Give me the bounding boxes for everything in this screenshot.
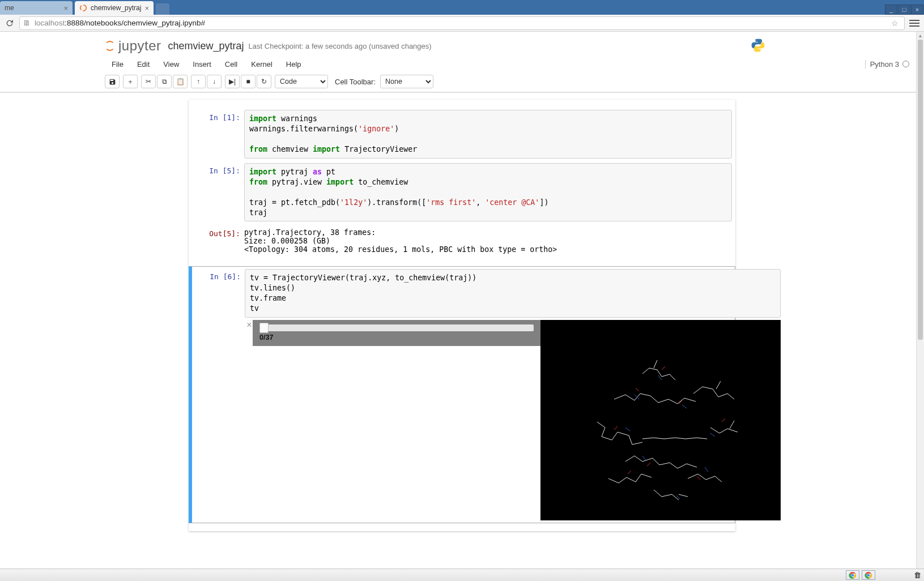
reload-button[interactable] xyxy=(3,17,16,29)
kernel-indicator: Python 3 xyxy=(865,60,909,69)
code-cell-selected[interactable]: In [6]: tv = TrajectoryViewer(traj.xyz, … xyxy=(189,266,735,523)
trajectory-viewer-output: × 0/37 xyxy=(245,320,781,520)
window-controls: _ □ × xyxy=(885,3,924,15)
paste-button[interactable]: 📋 xyxy=(173,75,188,88)
tray-chrome-icon[interactable] xyxy=(846,570,859,580)
interrupt-button[interactable]: ■ xyxy=(241,75,256,88)
tab-title: me xyxy=(5,4,14,12)
tab-title: chemview_pytraj xyxy=(91,4,141,12)
browser-tab-inactive[interactable]: me × xyxy=(0,1,73,15)
menu-help[interactable]: Help xyxy=(279,58,308,71)
scrollbar-thumb[interactable] xyxy=(918,40,923,340)
tray-chrome-icon-2[interactable] xyxy=(862,570,875,580)
menu-cell[interactable]: Cell xyxy=(218,58,244,71)
scroll-up-arrow[interactable]: ▲ xyxy=(917,32,924,40)
code-input[interactable]: import warnings warnings.filterwarnings(… xyxy=(244,110,732,159)
jupyter-logo-text: jupyter xyxy=(118,38,161,54)
menu-file[interactable]: File xyxy=(105,58,130,71)
code-input[interactable]: tv = TrajectoryViewer(traj.xyz, to_chemv… xyxy=(245,269,781,318)
code-input[interactable]: import pytraj as pt from pytraj.view imp… xyxy=(244,163,732,222)
output-cell: Out[5]: pytraj.Trajectory, 38 frames: Si… xyxy=(189,224,735,260)
menu-insert[interactable]: Insert xyxy=(186,58,218,71)
tray-trash-icon[interactable]: 🗑 xyxy=(910,569,924,581)
input-prompt: In [5]: xyxy=(192,163,244,222)
jupyter-logo[interactable]: jupyter xyxy=(105,38,161,54)
restart-button[interactable]: ↻ xyxy=(257,75,271,88)
new-tab-button[interactable] xyxy=(156,3,169,15)
notebook-container: In [1]: import warnings warnings.filterw… xyxy=(189,100,735,531)
frame-counter: 0/37 xyxy=(259,334,534,341)
molecule-3d-view[interactable] xyxy=(540,320,781,520)
cell-toolbar-select[interactable]: None xyxy=(380,75,433,88)
menubar: File Edit View Insert Cell Kernel Help P… xyxy=(0,55,924,72)
url-input[interactable]: 🗎 localhost:8888/notebooks/chemview_pytr… xyxy=(19,16,905,30)
kernel-name: Python 3 xyxy=(870,60,899,69)
toolbar: ＋ ✂ ⧉ 📋 ↑ ↓ ▶| ■ ↻ xyxy=(0,72,924,92)
cell-toolbar-label: Cell Toolbar: xyxy=(335,78,376,86)
url-path: :8888/notebooks/chemview_pytraj.ipynb# xyxy=(65,19,205,27)
close-icon[interactable]: × xyxy=(141,4,149,12)
kernel-status-icon xyxy=(902,61,909,67)
browser-tab-active[interactable]: chemview_pytraj × xyxy=(75,1,154,15)
close-icon[interactable]: × xyxy=(60,4,68,12)
browser-tab-strip: me × chemview_pytraj × _ □ × xyxy=(0,0,924,15)
input-prompt: In [1]: xyxy=(192,110,244,159)
svg-point-2 xyxy=(851,574,854,576)
svg-point-4 xyxy=(867,574,870,576)
page-scrollbar[interactable]: ▲ ▼ xyxy=(916,32,924,581)
minimize-button[interactable]: _ xyxy=(885,5,897,15)
system-tray: 🗑 xyxy=(0,569,924,581)
menu-edit[interactable]: Edit xyxy=(130,58,156,71)
move-up-button[interactable]: ↑ xyxy=(191,75,206,88)
output-prompt: Out[5]: xyxy=(192,226,244,258)
browser-menu-button[interactable] xyxy=(908,18,921,29)
menu-kernel[interactable]: Kernel xyxy=(244,58,279,71)
jupyter-orb-icon xyxy=(105,41,115,51)
close-window-button[interactable]: × xyxy=(911,5,923,15)
url-host: localhost xyxy=(35,19,65,27)
bookmark-icon[interactable]: ☆ xyxy=(889,19,901,28)
notebook-name[interactable]: chemview_pytraj xyxy=(168,40,244,52)
menu-view[interactable]: View xyxy=(156,58,186,71)
frame-slider[interactable] xyxy=(259,324,534,331)
cell-type-select[interactable]: Code xyxy=(275,75,328,88)
output-text: pytraj.Trajectory, 38 frames: Size: 0.00… xyxy=(244,226,732,258)
code-cell[interactable]: In [1]: import warnings warnings.filterw… xyxy=(189,108,735,161)
maximize-button[interactable]: □ xyxy=(898,5,910,15)
save-button[interactable] xyxy=(105,75,120,88)
code-cell[interactable]: In [5]: import pytraj as pt from pytraj.… xyxy=(189,161,735,224)
frame-slider-panel: 0/37 xyxy=(253,320,540,346)
cut-button[interactable]: ✂ xyxy=(141,75,156,88)
run-button[interactable]: ▶| xyxy=(225,75,240,88)
page-icon: 🗎 xyxy=(23,19,31,27)
slider-thumb[interactable] xyxy=(259,323,269,333)
python-logo-icon xyxy=(750,37,766,55)
add-cell-button[interactable]: ＋ xyxy=(123,75,138,88)
svg-point-0 xyxy=(80,5,87,11)
copy-button[interactable]: ⧉ xyxy=(157,75,172,88)
checkpoint-text: Last Checkpoint: a few seconds ago (unsa… xyxy=(249,42,432,50)
jupyter-favicon xyxy=(79,4,87,12)
input-prompt: In [6]: xyxy=(193,269,245,520)
move-down-button[interactable]: ↓ xyxy=(207,75,222,88)
address-bar: 🗎 localhost:8888/notebooks/chemview_pytr… xyxy=(0,15,924,32)
